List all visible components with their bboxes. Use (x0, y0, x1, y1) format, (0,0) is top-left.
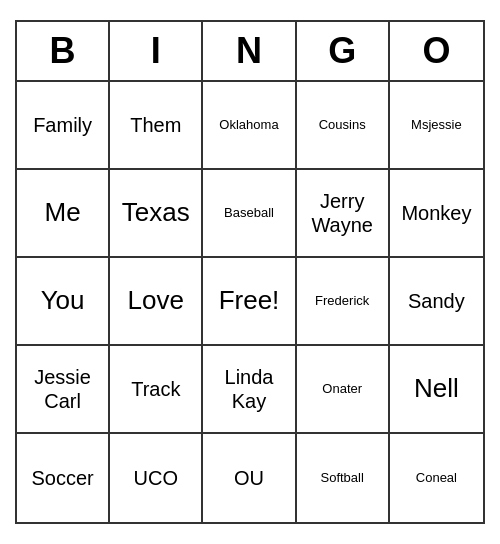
header-letter: G (297, 22, 390, 80)
header-letter: I (110, 22, 203, 80)
cell-text: Softball (321, 470, 364, 486)
bingo-cell: Jerry Wayne (297, 170, 390, 258)
cell-text: Onater (322, 381, 362, 397)
bingo-cell: You (17, 258, 110, 346)
bingo-cell: Track (110, 346, 203, 434)
bingo-cell: Family (17, 82, 110, 170)
bingo-cell: UCO (110, 434, 203, 522)
bingo-card: BINGO FamilyThemOklahomaCousinsMsjessieM… (15, 20, 485, 524)
cell-text: Me (45, 197, 81, 228)
cell-text: Oklahoma (219, 117, 278, 133)
bingo-cell: Oklahoma (203, 82, 296, 170)
cell-text: Jerry Wayne (311, 189, 373, 237)
bingo-cell: Them (110, 82, 203, 170)
bingo-cell: Texas (110, 170, 203, 258)
bingo-cell: Frederick (297, 258, 390, 346)
bingo-cell: Softball (297, 434, 390, 522)
bingo-cell: Soccer (17, 434, 110, 522)
cell-text: OU (234, 466, 264, 490)
bingo-cell: Linda Kay (203, 346, 296, 434)
cell-text: Track (131, 377, 180, 401)
cell-text: Family (33, 113, 92, 137)
cell-text: Love (128, 285, 184, 316)
bingo-cell: Msjessie (390, 82, 483, 170)
cell-text: Coneal (416, 470, 457, 486)
bingo-cell: Monkey (390, 170, 483, 258)
cell-text: Cousins (319, 117, 366, 133)
bingo-cell: OU (203, 434, 296, 522)
cell-text: Texas (122, 197, 190, 228)
cell-text: Sandy (408, 289, 465, 313)
bingo-cell: Coneal (390, 434, 483, 522)
bingo-grid: FamilyThemOklahomaCousinsMsjessieMeTexas… (17, 82, 483, 522)
cell-text: Jessie Carl (34, 365, 91, 413)
bingo-cell: Sandy (390, 258, 483, 346)
bingo-cell: Nell (390, 346, 483, 434)
cell-text: Soccer (31, 466, 93, 490)
cell-text: Them (130, 113, 181, 137)
cell-text: Frederick (315, 293, 369, 309)
cell-text: Msjessie (411, 117, 462, 133)
bingo-cell: Free! (203, 258, 296, 346)
bingo-header: BINGO (17, 22, 483, 82)
bingo-cell: Cousins (297, 82, 390, 170)
cell-text: UCO (134, 466, 178, 490)
cell-text: Free! (219, 285, 280, 316)
cell-text: Baseball (224, 205, 274, 221)
bingo-cell: Love (110, 258, 203, 346)
bingo-cell: Jessie Carl (17, 346, 110, 434)
bingo-cell: Me (17, 170, 110, 258)
header-letter: N (203, 22, 296, 80)
header-letter: O (390, 22, 483, 80)
header-letter: B (17, 22, 110, 80)
cell-text: You (41, 285, 85, 316)
cell-text: Nell (414, 373, 459, 404)
cell-text: Monkey (401, 201, 471, 225)
cell-text: Linda Kay (225, 365, 274, 413)
bingo-cell: Baseball (203, 170, 296, 258)
bingo-cell: Onater (297, 346, 390, 434)
